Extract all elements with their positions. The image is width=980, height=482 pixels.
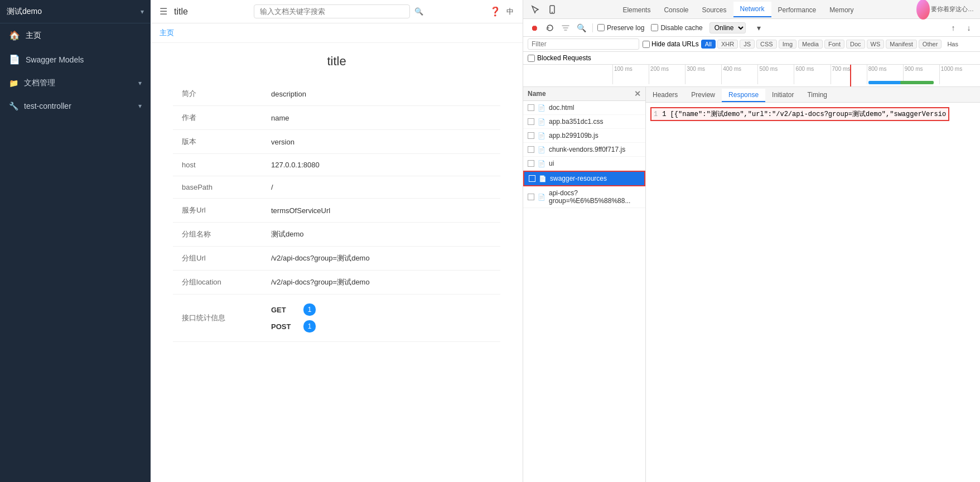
filter-tag-other[interactable]: Other bbox=[919, 40, 942, 49]
hide-data-urls-checkbox[interactable] bbox=[643, 41, 650, 48]
file-type-icon: 📄 bbox=[538, 132, 545, 139]
throttle-select[interactable]: Online bbox=[709, 22, 746, 33]
doc-mgmt-arrow: ▾ bbox=[138, 79, 142, 87]
sidebar-item-swagger-label: Swagger Models bbox=[26, 55, 84, 64]
method-row: POST1 bbox=[271, 318, 491, 335]
network-items-list: 📄doc.html📄app.ba351dc1.css📄app.b299109b.… bbox=[523, 101, 645, 208]
detail-tab-preview[interactable]: Preview bbox=[684, 89, 722, 102]
network-item-name: api-docs?group=%E6%B5%88%88... bbox=[549, 189, 641, 205]
detail-tab-timing[interactable]: Timing bbox=[800, 89, 834, 102]
filter-input[interactable] bbox=[528, 38, 639, 50]
separator-1 bbox=[592, 23, 593, 32]
language-icon[interactable]: 中 bbox=[506, 7, 514, 17]
field-value: description bbox=[262, 82, 500, 106]
filter-tag-ws[interactable]: WS bbox=[867, 40, 885, 49]
sidebar-header[interactable]: 测试demo ▾ bbox=[0, 0, 151, 23]
detail-tabs: HeadersPreviewResponseInitiatorTiming bbox=[646, 87, 980, 103]
timeline-tick: 1000 ms bbox=[939, 65, 976, 84]
sidebar-section-doc-mgmt[interactable]: 📁 文档管理 ▾ bbox=[0, 71, 151, 95]
filter-tag-js[interactable]: JS bbox=[740, 40, 755, 49]
main-content: ☰ title 🔍 ❓ 中 主页 title 简介description作者na… bbox=[151, 0, 523, 482]
sidebar-section-test-ctrl[interactable]: 🔧 test-controller ▾ bbox=[0, 95, 151, 117]
filter-tag-css[interactable]: CSS bbox=[756, 40, 777, 49]
close-panel-button[interactable]: ✕ bbox=[634, 89, 641, 98]
home-icon: 🏠 bbox=[9, 30, 20, 41]
doc-title: title bbox=[173, 54, 500, 69]
info-table: 简介description作者name版本versionhost127.0.0.… bbox=[173, 82, 500, 342]
network-item-chunk-vendors[interactable]: 📄chunk-vendors.9ff0f717.js bbox=[523, 143, 645, 157]
devtools-tab-sources[interactable]: Sources bbox=[695, 3, 733, 17]
method-label: POST bbox=[271, 322, 299, 331]
item-checkbox bbox=[528, 194, 534, 200]
network-item-doc-html[interactable]: 📄doc.html bbox=[523, 101, 645, 115]
breadcrumb[interactable]: 主页 bbox=[151, 23, 523, 43]
timeline-tick: 100 ms bbox=[612, 65, 649, 84]
network-item-app-ba351[interactable]: 📄app.ba351dc1.css bbox=[523, 115, 645, 129]
filter-tag-font[interactable]: Font bbox=[824, 40, 844, 49]
network-item-swagger-resources[interactable]: 📄swagger-resources bbox=[523, 171, 645, 186]
network-item-api-docs[interactable]: 📄api-docs?group=%E6%B5%88%88... bbox=[523, 186, 645, 208]
sidebar-selector-title: 测试demo bbox=[7, 7, 42, 17]
blocked-requests-checkbox[interactable] bbox=[528, 55, 535, 62]
throttle-dropdown[interactable]: ▾ bbox=[752, 21, 766, 35]
filter-button[interactable] bbox=[559, 21, 572, 35]
field-label: 服务Url bbox=[173, 199, 262, 223]
network-item-ui[interactable]: 📄ui bbox=[523, 157, 645, 171]
devtools-blocked-row: Blocked Requests bbox=[523, 52, 980, 65]
doc-field-row: 简介description bbox=[173, 82, 500, 106]
devtools-tab-console[interactable]: Console bbox=[657, 3, 695, 17]
doc-field-row: 作者name bbox=[173, 106, 500, 130]
preserve-log-label[interactable]: Preserve log bbox=[597, 24, 644, 32]
record-button[interactable]: ⏺ bbox=[528, 21, 541, 35]
toolbar-search-area: 🔍 bbox=[195, 4, 483, 18]
refresh-button[interactable] bbox=[543, 21, 557, 35]
sidebar-item-swagger[interactable]: 📄 Swagger Models bbox=[0, 47, 151, 71]
sidebar-item-home-label: 主页 bbox=[26, 31, 41, 41]
sidebar-dropdown-arrow[interactable]: ▾ bbox=[141, 8, 144, 16]
sidebar-item-home[interactable]: 🏠 主页 bbox=[0, 23, 151, 47]
detail-tab-response[interactable]: Response bbox=[722, 89, 765, 102]
devtools-tab-elements[interactable]: Elements bbox=[616, 3, 657, 17]
devtools-device-icon[interactable] bbox=[544, 2, 560, 17]
menu-icon[interactable]: ☰ bbox=[160, 6, 167, 17]
filter-tag-media[interactable]: Media bbox=[798, 40, 823, 49]
search-input[interactable] bbox=[254, 4, 410, 18]
help-icon[interactable]: ❓ bbox=[490, 6, 501, 17]
disable-cache-checkbox[interactable] bbox=[651, 24, 658, 31]
has-filter-tag[interactable]: Has bbox=[944, 40, 962, 48]
filter-tag-img[interactable]: Img bbox=[779, 40, 796, 49]
filter-tag-all[interactable]: All bbox=[701, 40, 716, 49]
import-har-button[interactable]: ↑ bbox=[947, 21, 960, 35]
network-item-app-b299[interactable]: 📄app.b299109b.js bbox=[523, 129, 645, 143]
devtools-tab-performance[interactable]: Performance bbox=[771, 3, 823, 17]
network-item-name: doc.html bbox=[549, 104, 574, 112]
field-label: 分组location bbox=[173, 271, 262, 295]
filter-tag-xhr[interactable]: XHR bbox=[717, 40, 738, 49]
timeline-bar-green bbox=[900, 81, 934, 84]
user-avatar-container[interactable] bbox=[914, 2, 930, 17]
method-badge: 1 bbox=[303, 303, 316, 316]
field-value: name bbox=[262, 106, 500, 130]
blocked-requests-label[interactable]: Blocked Requests bbox=[528, 54, 591, 62]
devtools-tab-network[interactable]: Network bbox=[733, 2, 771, 17]
sidebar: 测试demo ▾ 🏠 主页 📄 Swagger Models 📁 文档管理 ▾ … bbox=[0, 0, 151, 482]
export-har-button[interactable]: ↓ bbox=[962, 21, 976, 35]
file-type-icon: 📄 bbox=[538, 146, 545, 153]
detail-tab-initiator[interactable]: Initiator bbox=[765, 89, 800, 102]
api-stats-row: 接口统计信息 GET1POST1 bbox=[173, 295, 500, 342]
filter-tag-manifest[interactable]: Manifest bbox=[886, 40, 917, 49]
field-value: 127.0.0.1:8080 bbox=[262, 154, 500, 176]
devtools-inspect-icon[interactable] bbox=[528, 2, 543, 17]
field-value: /v2/api-docs?group=测试demo bbox=[262, 247, 500, 271]
disable-cache-label[interactable]: Disable cache bbox=[651, 24, 702, 32]
blocked-requests-text: Blocked Requests bbox=[537, 54, 591, 62]
devtools-tab-memory[interactable]: Memory bbox=[823, 3, 860, 17]
doc-field-row: 版本version bbox=[173, 130, 500, 154]
network-detail: HeadersPreviewResponseInitiatorTiming 11… bbox=[646, 87, 980, 482]
filter-tag-doc[interactable]: Doc bbox=[846, 40, 865, 49]
search-icon[interactable]: 🔍 bbox=[414, 7, 423, 16]
hide-data-urls-label[interactable]: Hide data URLs bbox=[643, 40, 699, 48]
detail-tab-headers[interactable]: Headers bbox=[646, 89, 684, 102]
search-button[interactable]: 🔍 bbox=[575, 21, 588, 35]
preserve-log-checkbox[interactable] bbox=[597, 24, 605, 31]
